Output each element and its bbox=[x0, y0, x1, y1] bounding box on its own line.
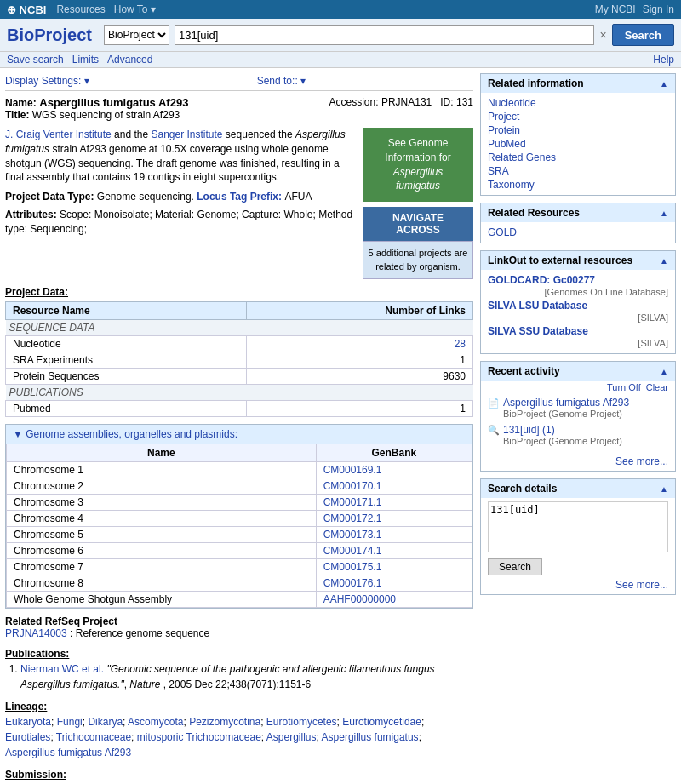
search-input[interactable] bbox=[175, 25, 594, 45]
help-link[interactable]: Help bbox=[653, 54, 674, 66]
goldcard-link[interactable]: GOLDCARD: Gc00277 bbox=[488, 273, 668, 287]
assembly-row: Chromosome 5CM000173.1 bbox=[7, 526, 472, 542]
search-button[interactable]: Search bbox=[612, 24, 674, 46]
gold-link[interactable]: GOLD bbox=[488, 226, 668, 239]
limits-link[interactable]: Limits bbox=[72, 54, 99, 66]
sign-in-link[interactable]: Sign In bbox=[643, 3, 674, 15]
aspergillus-link[interactable]: Aspergillus bbox=[266, 731, 317, 743]
my-ncbi-link[interactable]: My NCBI bbox=[595, 3, 636, 15]
activity-doc-link[interactable]: Aspergillus fumigatus Af293 bbox=[503, 397, 629, 409]
related-info-scroll[interactable]: ▲ bbox=[660, 79, 668, 89]
fungi-link[interactable]: Fungi bbox=[57, 716, 83, 728]
ascomycota-link[interactable]: Ascomycota bbox=[128, 716, 183, 728]
accession-label: Accession: bbox=[329, 96, 379, 108]
send-to-control[interactable]: Send to:: ▾ bbox=[257, 75, 306, 87]
aspergillus-fumigatus-link[interactable]: Aspergillus fumigatus bbox=[322, 731, 419, 743]
eurotiomycetes-link[interactable]: Eurotiomycetes bbox=[266, 716, 337, 728]
sra-sidebar-link[interactable]: SRA bbox=[488, 164, 668, 178]
silva-lsu-sub: [SILVA] bbox=[488, 312, 668, 323]
pubmed-sidebar-link[interactable]: PubMed bbox=[488, 137, 668, 151]
related-genes-sidebar-link[interactable]: Related Genes bbox=[488, 151, 668, 164]
submission-section: Submission: Registration date: 1-Jun-200… bbox=[5, 767, 473, 784]
howto-link[interactable]: How To ▾ bbox=[114, 3, 156, 15]
pub-details: , 2005 Dec 22;438(7071):1151-6 bbox=[163, 678, 311, 690]
related-refseq-section: Related RefSeq Project PRJNA14003 : Refe… bbox=[5, 615, 473, 639]
recent-activity-section: Recent activity ▲ Turn Off Clear 📄 Asper… bbox=[480, 361, 676, 472]
assembly-row: Chromosome 2CM000170.1 bbox=[7, 478, 472, 494]
refseq-link[interactable]: PRJNA14003 bbox=[5, 627, 67, 639]
related-info-body: Nucleotide Project Protein PubMed Relate… bbox=[481, 93, 675, 195]
search-details-header: Search details ▲ bbox=[481, 479, 675, 498]
pub-authors-link[interactable]: Nierman WC et al. bbox=[20, 663, 104, 675]
description-text: J. Craig Venter Institute and the Sanger… bbox=[5, 128, 356, 279]
save-search-link[interactable]: Save search bbox=[7, 54, 64, 66]
eurotiales-link[interactable]: Eurotiales bbox=[5, 731, 50, 743]
silva-ssu-link[interactable]: SILVA SSU Database bbox=[488, 324, 668, 338]
id-label: ID: bbox=[440, 96, 453, 108]
related-info-header: Related information ▲ bbox=[481, 74, 675, 93]
nucleotide-sidebar-link[interactable]: Nucleotide bbox=[488, 96, 668, 110]
search-details-scroll[interactable]: ▲ bbox=[660, 484, 668, 494]
search-details-see-more[interactable]: See more... bbox=[488, 579, 668, 591]
recent-activity-scroll[interactable]: ▲ bbox=[660, 367, 668, 376]
assembly-accession-link[interactable]: CM000172.1 bbox=[323, 512, 382, 524]
activity-see-more-link[interactable]: See more... bbox=[488, 455, 668, 467]
clear-link[interactable]: Clear bbox=[646, 382, 668, 392]
protein-sidebar-link[interactable]: Protein bbox=[488, 123, 668, 137]
silva-lsu-link[interactable]: SILVA LSU Database bbox=[488, 299, 668, 312]
record-info: Accession: PRJNA131 ID: 131 Name: Asperg… bbox=[5, 96, 473, 121]
assembly-accession-link[interactable]: CM000176.1 bbox=[323, 577, 382, 589]
eukaryota-link[interactable]: Eukaryota bbox=[5, 716, 51, 728]
search-details-textarea[interactable]: 131[uid] bbox=[488, 501, 668, 552]
accession-value[interactable]: PRJNA131 bbox=[381, 96, 432, 108]
locus-prefix-value: AFUA bbox=[284, 191, 312, 203]
project-sidebar-link[interactable]: Project bbox=[488, 110, 668, 123]
taxonomy-sidebar-link[interactable]: Taxonomy bbox=[488, 178, 668, 192]
mitosporic-link[interactable]: mitosporic Trichocomaceae bbox=[137, 731, 261, 743]
jcvi-link[interactable]: J. Craig Venter Institute bbox=[5, 129, 112, 140]
see-genome-button[interactable]: See Genome Information for Aspergillus f… bbox=[363, 128, 473, 202]
turn-off-link[interactable]: Turn Off bbox=[607, 382, 641, 392]
display-settings-label[interactable]: Display Settings: ▾ bbox=[5, 75, 89, 87]
assembly-row: Whole Genome Shotgun AssemblyAAHF0000000… bbox=[7, 591, 472, 607]
assembly-accession-link[interactable]: CM000169.1 bbox=[323, 464, 382, 476]
description-block: J. Craig Venter Institute and the Sanger… bbox=[5, 128, 473, 279]
activity-search-link[interactable]: 131[uid] (1) bbox=[503, 424, 555, 436]
assemblies-table: Name GenBank Chromosome 1CM000169.1Chrom… bbox=[6, 444, 472, 608]
assembly-accession-link[interactable]: CM000173.1 bbox=[323, 529, 382, 541]
database-select[interactable]: BioProject bbox=[104, 25, 169, 45]
search-icon: 🔍 bbox=[488, 425, 500, 436]
clear-button[interactable]: × bbox=[599, 28, 606, 42]
nucleotide-link[interactable]: 28 bbox=[455, 338, 466, 350]
table-row: Protein Sequences 9630 bbox=[6, 368, 473, 384]
activity-controls: Turn Off Clear bbox=[481, 381, 675, 394]
navigate-across-button[interactable]: NAVIGATE ACROSS bbox=[363, 207, 473, 241]
locus-prefix-label: Locus Tag Prefix: bbox=[197, 191, 284, 203]
submission-label: Submission: bbox=[5, 767, 473, 782]
assembly-accession-link[interactable]: AAHF00000000 bbox=[323, 593, 396, 605]
locus-link[interactable]: Locus Tag Prefix: bbox=[197, 191, 282, 203]
assembly-accession-link[interactable]: CM000175.1 bbox=[323, 561, 382, 573]
eurotiomycetidae-link[interactable]: Eurotiomycetidae bbox=[342, 716, 421, 728]
linkout-scroll[interactable]: ▲ bbox=[660, 256, 668, 266]
related-resources-scroll[interactable]: ▲ bbox=[660, 209, 668, 218]
pezizomycotina-link[interactable]: Pezizomycotina bbox=[189, 716, 260, 728]
assembly-accession-link[interactable]: CM000174.1 bbox=[323, 545, 382, 557]
af293-link[interactable]: Aspergillus fumigatus Af293 bbox=[5, 747, 131, 758]
assembly-row: Chromosome 4CM000172.1 bbox=[7, 510, 472, 526]
table-row: Nucleotide 28 bbox=[6, 335, 473, 352]
trichocomaceae-link[interactable]: Trichocomaceae bbox=[56, 731, 131, 743]
resources-link[interactable]: Resources bbox=[56, 3, 105, 15]
dikarya-link[interactable]: Dikarya bbox=[88, 716, 123, 728]
pub-journal: Nature bbox=[129, 678, 160, 690]
assembly-accession-link[interactable]: CM000171.1 bbox=[323, 496, 382, 508]
assembly-accession-link[interactable]: CM000170.1 bbox=[323, 480, 382, 492]
sanger-link[interactable]: Sanger Institute bbox=[151, 129, 222, 140]
search-details-button[interactable]: Search bbox=[488, 558, 542, 575]
name-value: Aspergillus fumigatus Af293 bbox=[39, 96, 188, 109]
sub-navigation: Save search Limits Advanced Help bbox=[0, 52, 681, 68]
assemblies-header[interactable]: ▼ Genome assemblies, organelles and plas… bbox=[6, 425, 472, 444]
advanced-link[interactable]: Advanced bbox=[107, 54, 152, 66]
sub-nav-left: Save search Limits Advanced bbox=[7, 54, 152, 66]
activity-see-more: See more... bbox=[481, 449, 675, 471]
